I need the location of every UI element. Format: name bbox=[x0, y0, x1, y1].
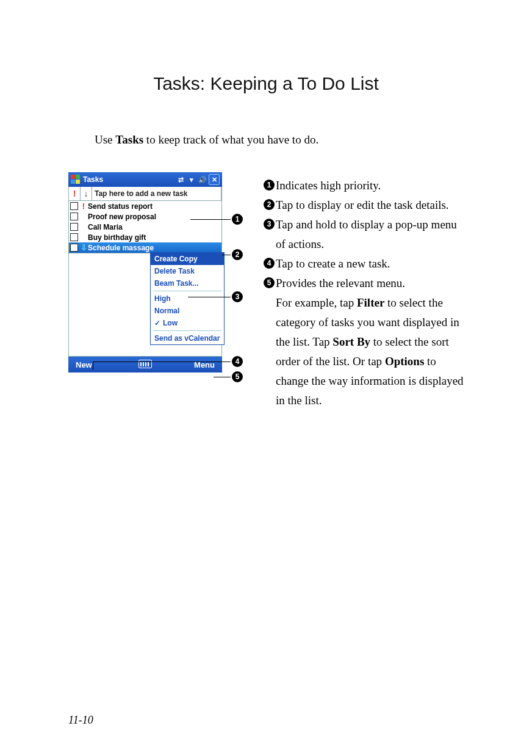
task-name: Send status report bbox=[88, 202, 221, 211]
task-name: Call Maria bbox=[88, 223, 221, 231]
connectivity-icon[interactable]: ⇄ bbox=[176, 175, 185, 184]
task-checkbox[interactable] bbox=[70, 213, 78, 220]
explain-num-5: 5 bbox=[264, 277, 275, 288]
signal-icon[interactable]: ▾ bbox=[187, 175, 196, 184]
callout-bubble-5: 5 bbox=[232, 371, 243, 382]
explain-num-2: 2 bbox=[264, 199, 275, 210]
intro-text: Use Tasks to keep track of what you have… bbox=[95, 133, 318, 147]
explain-5-filter: Filter bbox=[357, 296, 384, 309]
task-row[interactable]: ! Send status report bbox=[69, 201, 221, 211]
page-number: 11-10 bbox=[68, 714, 93, 727]
intro-post: to keep track of what you have to do. bbox=[143, 133, 318, 146]
page-title: Tasks: Keeping a To Do List bbox=[0, 73, 532, 94]
explain-5-line1: Provides the relevant menu. bbox=[276, 277, 405, 289]
explain-num-1: 1 bbox=[264, 180, 275, 191]
explain-text-2: Tap to display or edit the task details. bbox=[276, 195, 465, 215]
menubar-new[interactable]: New bbox=[68, 360, 133, 369]
add-new-task-field[interactable]: Tap here to add a new task bbox=[92, 187, 221, 200]
task-checkbox[interactable] bbox=[70, 233, 78, 241]
menu-create-copy[interactable]: Create Copy bbox=[151, 253, 224, 265]
task-priority-low-icon: ⇩ bbox=[79, 243, 88, 252]
device-figure: Tasks ⇄ ▾ 🔊 ✕ ! ↓ Tap here to add a new … bbox=[68, 172, 249, 373]
header-priority-col[interactable]: ! bbox=[69, 187, 81, 200]
menu-delete-task[interactable]: Delete Task bbox=[151, 265, 224, 277]
explain-5-a: For example, tap bbox=[276, 296, 357, 309]
menu-priority-normal[interactable]: Normal bbox=[151, 305, 224, 317]
explain-5-options: Options bbox=[385, 355, 424, 368]
explanation-column: 1 Indicates high priority. 2 Tap to disp… bbox=[264, 176, 465, 410]
explain-5-sortby: Sort By bbox=[332, 335, 370, 348]
task-row[interactable]: Call Maria bbox=[69, 222, 221, 232]
menu-separator bbox=[153, 291, 221, 291]
intro-pre: Use bbox=[95, 133, 115, 146]
explain-text-1: Indicates high priority. bbox=[276, 176, 465, 195]
menubar-menu[interactable]: Menu bbox=[157, 360, 222, 369]
titlebar: Tasks ⇄ ▾ 🔊 ✕ bbox=[68, 172, 222, 187]
task-header-row: ! ↓ Tap here to add a new task bbox=[68, 187, 222, 201]
task-name: Proof new proposal bbox=[88, 213, 221, 221]
menu-separator bbox=[153, 330, 221, 331]
intro-bold: Tasks bbox=[115, 133, 143, 146]
explain-text-4: Tap to create a new task. bbox=[276, 254, 465, 274]
context-menu: Create Copy Delete Task Beam Task... Hig… bbox=[150, 252, 225, 345]
menu-send-vcalendar[interactable]: Send as vCalendar bbox=[151, 332, 224, 344]
task-name: Buy birthday gift bbox=[88, 233, 221, 242]
menu-priority-low[interactable]: Low bbox=[151, 317, 224, 329]
keyboard-icon[interactable] bbox=[133, 360, 157, 370]
volume-icon[interactable]: 🔊 bbox=[198, 175, 207, 184]
titlebar-text: Tasks bbox=[83, 175, 103, 184]
task-checkbox[interactable] bbox=[70, 223, 78, 231]
task-row-selected[interactable]: ⇩ Schedule massage bbox=[69, 242, 221, 253]
task-row[interactable]: Buy birthday gift bbox=[69, 232, 221, 242]
task-list: ! Send status report Proof new proposal … bbox=[68, 201, 222, 253]
explain-num-3: 3 bbox=[264, 219, 275, 230]
menu-priority-high[interactable]: High bbox=[151, 293, 224, 305]
explain-num-4: 4 bbox=[264, 258, 275, 269]
task-priority-icon: ! bbox=[79, 202, 88, 211]
close-icon[interactable]: ✕ bbox=[209, 174, 220, 185]
menu-beam-task[interactable]: Beam Task... bbox=[151, 277, 224, 289]
task-checkbox[interactable] bbox=[70, 244, 78, 252]
explain-text-3: Tap and hold to display a pop-up menu of… bbox=[276, 215, 465, 254]
task-checkbox[interactable] bbox=[70, 202, 78, 210]
task-row[interactable]: Proof new proposal bbox=[69, 211, 221, 222]
start-flag-icon[interactable] bbox=[71, 175, 81, 184]
menubar: New Menu bbox=[68, 357, 222, 373]
explain-text-5: Provides the relevant menu. For example,… bbox=[276, 274, 465, 410]
header-sort-col[interactable]: ↓ bbox=[81, 187, 92, 200]
device-screen: Tasks ⇄ ▾ 🔊 ✕ ! ↓ Tap here to add a new … bbox=[68, 172, 222, 373]
task-name: Schedule massage bbox=[88, 244, 221, 252]
